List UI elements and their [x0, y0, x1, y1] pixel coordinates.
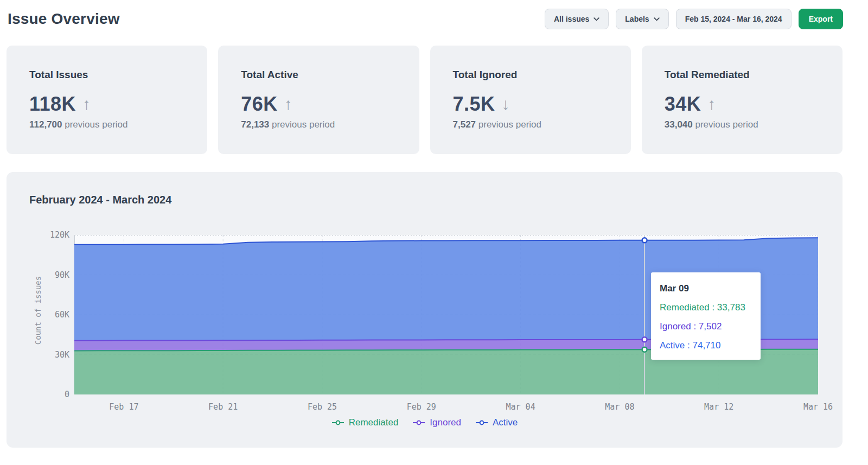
previous-suffix: previous period	[269, 119, 335, 130]
x-tick-label: Feb 25	[308, 402, 337, 412]
chevron-down-icon	[654, 17, 660, 21]
date-range-button[interactable]: Feb 15, 2024 - Mar 16, 2024	[676, 9, 792, 29]
tooltip-row-ignored: Ignored : 7,502	[660, 321, 761, 332]
stat-card-value: 76K	[241, 93, 278, 116]
y-tick-label: 120K	[50, 230, 69, 240]
tooltip-row-value: 74,710	[692, 340, 720, 351]
x-axis-ticks: Feb 17Feb 21Feb 25Feb 29Mar 04Mar 08Mar …	[74, 402, 818, 413]
legend-item-active[interactable]: Active	[475, 417, 518, 428]
y-tick-label: 0	[65, 390, 69, 399]
stat-card-title: Total Issues	[29, 69, 196, 81]
legend-item-remediated[interactable]: Remediated	[331, 417, 399, 428]
stat-card-previous: 112,700 previous period	[29, 119, 196, 130]
legend-label: Active	[493, 417, 518, 428]
chevron-down-icon	[593, 17, 599, 21]
x-tick-label: Mar 08	[605, 402, 634, 412]
stat-card-title: Total Remediated	[665, 69, 832, 81]
filter-controls: All issues Labels Feb 15, 2024 - Mar 16,…	[545, 9, 843, 29]
date-range-label: Feb 15, 2024 - Mar 16, 2024	[685, 15, 782, 23]
line-marker-icon	[331, 420, 344, 425]
tooltip-row-label: Ignored	[660, 321, 691, 332]
y-tick-label: 90K	[55, 270, 69, 280]
previous-suffix: previous period	[62, 119, 128, 130]
top-bar: Issue Overview All issues Labels Feb 15,…	[0, 0, 868, 29]
tooltip-separator: :	[685, 340, 692, 351]
stat-card-total-ignored: Total Ignored 7.5K ↓ 7,527 previous peri…	[430, 46, 631, 154]
trend-down-icon: ↓	[502, 96, 510, 112]
line-marker-icon	[475, 420, 488, 425]
stat-card-previous: 33,040 previous period	[665, 119, 832, 130]
x-tick-label: Feb 21	[208, 402, 238, 412]
y-axis-ticks: 030K60K90K120K	[7, 235, 69, 394]
all-issues-dropdown[interactable]: All issues	[545, 9, 609, 29]
legend-label: Ignored	[430, 417, 461, 428]
tooltip-row-value: 7,502	[699, 321, 722, 332]
chart-card: February 2024 - March 2024 Count of issu…	[7, 172, 843, 448]
stat-cards: Total Issues 118K ↑ 112,700 previous per…	[7, 46, 843, 154]
chart-legend: Remediated Ignored Active	[7, 417, 843, 428]
tooltip-row-remediated: Remediated : 33,783	[660, 302, 761, 313]
trend-up-icon: ↑	[82, 96, 91, 112]
all-issues-dropdown-label: All issues	[554, 15, 589, 23]
chart-tooltip: Mar 09 Remediated : 33,783 Ignored : 7,5…	[651, 272, 761, 360]
stat-card-total-issues: Total Issues 118K ↑ 112,700 previous per…	[7, 46, 207, 154]
tooltip-separator: :	[691, 321, 699, 332]
y-tick-label: 30K	[55, 350, 69, 360]
tooltip-row-label: Remediated	[660, 302, 710, 313]
page-title: Issue Overview	[8, 10, 120, 28]
previous-suffix: previous period	[476, 119, 541, 130]
previous-value: 7,527	[453, 119, 476, 130]
stat-card-title: Total Active	[241, 69, 408, 81]
previous-suffix: previous period	[693, 119, 758, 130]
x-tick-label: Feb 29	[407, 402, 436, 412]
previous-value: 33,040	[665, 119, 693, 130]
previous-value: 112,700	[29, 119, 62, 130]
chart-title: February 2024 - March 2024	[29, 194, 171, 206]
stat-card-title: Total Ignored	[453, 69, 620, 81]
tooltip-separator: :	[710, 302, 717, 313]
stat-card-total-active: Total Active 76K ↑ 72,133 previous perio…	[218, 46, 419, 154]
labels-dropdown[interactable]: Labels	[616, 9, 668, 29]
stat-card-value: 34K	[665, 93, 701, 116]
stat-card-previous: 7,527 previous period	[453, 119, 620, 130]
stat-card-value: 118K	[29, 93, 76, 116]
stat-card-value: 7.5K	[453, 93, 495, 116]
tooltip-row-active: Active : 74,710	[660, 340, 761, 351]
stat-card-total-remediated: Total Remediated 34K ↑ 33,040 previous p…	[642, 46, 843, 154]
stat-card-previous: 72,133 previous period	[241, 119, 408, 130]
tooltip-row-label: Active	[660, 340, 685, 351]
tooltip-title: Mar 09	[660, 283, 761, 294]
trend-up-icon: ↑	[707, 96, 716, 112]
legend-item-ignored[interactable]: Ignored	[412, 417, 461, 428]
tooltip-row-value: 33,783	[717, 302, 745, 313]
x-tick-label: Mar 04	[506, 402, 535, 412]
x-tick-label: Mar 12	[704, 402, 733, 412]
trend-up-icon: ↑	[284, 96, 292, 112]
y-tick-label: 60K	[55, 310, 69, 320]
labels-dropdown-label: Labels	[625, 15, 649, 23]
x-tick-label: Mar 16	[803, 402, 833, 412]
legend-label: Remediated	[349, 417, 399, 428]
line-marker-icon	[412, 420, 425, 425]
export-button-label: Export	[809, 15, 833, 23]
previous-value: 72,133	[241, 119, 269, 130]
export-button[interactable]: Export	[799, 9, 843, 29]
x-tick-label: Feb 17	[109, 402, 138, 412]
